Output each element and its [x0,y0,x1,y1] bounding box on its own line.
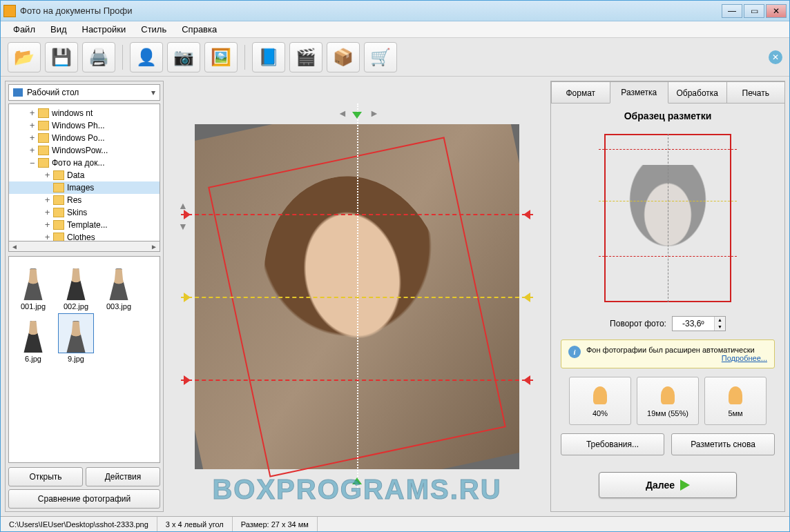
rotation-label: Поворот фото: [610,319,666,328]
compare-button[interactable]: Сравнение фотографий [8,489,160,509]
next-button[interactable]: Далее [599,472,737,498]
rotation-input[interactable] [673,319,714,328]
tree-item[interactable]: +Template... [9,219,160,231]
right-red-handle-2[interactable] [523,375,530,385]
thumbnail-grid: 001.jpg002.jpg003.jpg6.jpg9.jpg [8,256,160,463]
open-button[interactable]: Открыть [8,467,83,486]
print-icon[interactable]: 🖨️ [82,42,115,72]
metric-button[interactable]: 40% [569,377,631,425]
tree-scrollbar[interactable]: ◄ ► [8,241,160,252]
window-title: Фото на документы Профи [20,6,722,16]
left-yellow-handle[interactable] [184,293,191,302]
bottom-red-guide[interactable] [181,380,533,381]
thumbnail[interactable]: 9.jpg [56,313,96,363]
location-combo-value: Рабочий стол [27,88,79,97]
tree-item[interactable]: +WindowsPow... [9,144,160,157]
folder-open-icon[interactable]: 📂 [8,42,41,72]
thumbnail[interactable]: 003.jpg [99,261,139,311]
tree-item[interactable]: +Windows Po... [9,132,160,144]
right-panel: Формат Разметка Обработка Печать Образец… [550,81,785,512]
next-button-label: Далее [646,480,675,491]
thumbnail[interactable]: 001.jpg [13,261,53,311]
separator [122,45,123,70]
top-red-guide[interactable] [181,214,533,215]
section-title: Образец разметки [561,110,775,121]
scroll-right-icon[interactable]: ► [148,243,160,250]
metric-button[interactable]: 5мм [704,377,767,425]
tab-format[interactable]: Формат [551,81,610,104]
tree-item[interactable]: +Res [9,194,160,206]
metric-button[interactable]: 19мм (55%) [637,377,699,425]
package-icon[interactable]: 📦 [327,42,360,72]
tree-item[interactable]: +Data [9,169,160,181]
head-size-icon [590,384,610,406]
scroll-left-icon[interactable]: ◄ [9,243,20,250]
minimize-button[interactable]: — [722,4,742,18]
tree-item[interactable]: +Clothes [9,231,160,242]
app-window: Фото на документы Профи — ▭ ✕ Файл Вид Н… [0,0,790,532]
tree-item[interactable]: +Skins [9,206,160,219]
left-panel: Рабочий стол +windows nt+Windows Ph...+W… [5,81,164,512]
tree-item[interactable]: −Фото на док... [9,157,160,169]
cart-icon[interactable]: 🛒 [364,42,397,72]
tab-processing[interactable]: Обработка [668,81,727,104]
tab-markup[interactable]: Разметка [610,81,669,104]
toolbar: 📂 💾 🖨️ 👤 📷 🖼️ 📘 🎬 📦 🛒 ✕ [1,38,789,77]
eye-yellow-guide[interactable] [181,297,533,298]
image-settings-icon[interactable]: 🖼️ [204,42,238,72]
titlebar[interactable]: Фото на документы Профи — ▭ ✕ [1,1,789,21]
menu-settings[interactable]: Настройки [75,23,133,36]
head-width-icon [726,384,745,406]
tree-item[interactable]: +Windows Ph... [9,119,160,132]
tree-item[interactable]: Images [9,181,160,194]
app-icon [3,5,16,17]
status-size: Размер: 27 x 34 мм [233,517,318,531]
metrics-row: 40%19мм (55%)5мм [561,377,775,425]
status-path: C:\Users\IEUser\Desktop\sshot-2333.png [1,517,157,531]
right-yellow-handle[interactable] [523,293,530,302]
spin-up-icon[interactable]: ▲ [714,317,725,324]
left-red-handle-2[interactable] [184,375,191,385]
info-icon: i [568,346,581,358]
actions-button[interactable]: Действия [86,467,160,486]
right-red-handle[interactable] [523,210,530,219]
info-text: Фон фотографии был расширен автоматическ… [586,346,755,354]
help-icon[interactable]: 📘 [252,42,285,72]
tab-print[interactable]: Печать [726,81,786,104]
menubar: Файл Вид Настройки Стиль Справка [1,21,789,38]
separator [244,45,245,70]
location-combo[interactable]: Рабочий стол [8,84,160,101]
markup-sample [599,128,737,308]
thumbnail[interactable]: 002.jpg [56,261,96,311]
statusbar: C:\Users\IEUser\Desktop\sshot-2333.png 3… [1,516,789,531]
head-top-icon [658,384,677,406]
rotation-spinner[interactable]: ▲ ▼ [672,316,726,331]
folder-tree[interactable]: +windows nt+Windows Ph...+Windows Po...+… [8,104,160,242]
panel-close-icon[interactable]: ✕ [769,50,782,64]
menu-style[interactable]: Стиль [134,23,173,36]
status-corner: 3 x 4 левый угол [157,517,233,531]
maximize-button[interactable]: ▭ [744,4,764,18]
requirements-button[interactable]: Требования... [561,433,664,455]
tree-item[interactable]: +windows nt [9,107,160,119]
close-button[interactable]: ✕ [766,4,787,18]
editor-canvas[interactable]: ◄ ► ▲ ▼ BOXPROGRAMS.RU [168,81,546,512]
menu-help[interactable]: Справка [175,23,224,36]
info-banner: i Фон фотографии был расширен автоматиче… [561,339,775,368]
video-icon[interactable]: 🎬 [289,42,322,72]
user-add-icon[interactable]: 👤 [130,42,163,72]
info-link[interactable]: Подробнее... [586,354,767,362]
spin-down-icon[interactable]: ▼ [714,324,725,331]
thumbnail[interactable]: 6.jpg [13,313,53,363]
menu-file[interactable]: Файл [6,23,42,36]
top-green-handle[interactable] [352,112,362,119]
left-red-handle[interactable] [184,210,191,219]
arrow-right-icon [680,480,690,491]
menu-view[interactable]: Вид [44,23,74,36]
remark-button[interactable]: Разметить снова [671,433,775,455]
save-icon[interactable]: 💾 [45,42,78,72]
watermark: BOXPROGRAMS.RU [212,474,501,505]
camera-icon[interactable]: 📷 [167,42,200,72]
